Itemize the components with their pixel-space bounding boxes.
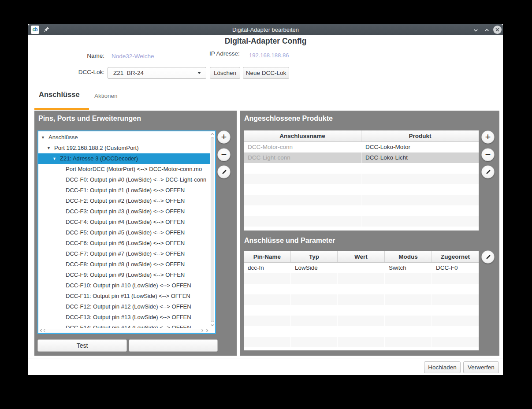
tree-item[interactable]: DCC-F7: Output pin #7 (LowSide) <--> OFF…	[38, 249, 210, 259]
column-header[interactable]: Typ	[291, 251, 338, 262]
table-cell	[244, 273, 291, 284]
pencil-icon	[485, 169, 491, 175]
table-empty-row[interactable]	[244, 195, 479, 205]
tree-item[interactable]: DCC-F12: Output pin #12 (LowSide) <--> O…	[38, 301, 210, 312]
edit-product-button[interactable]	[481, 165, 495, 178]
table-cell: DCC-Loko-Licht	[361, 152, 479, 163]
scroll-left-icon[interactable]	[38, 328, 44, 333]
table-empty-row[interactable]	[244, 284, 479, 294]
tree-item-label: DCC-F4: Output pin #4 (LowSide) <--> OFF…	[66, 217, 185, 227]
unlabeled-button[interactable]	[129, 339, 218, 352]
table-empty-row[interactable]	[244, 337, 479, 347]
tree-item[interactable]: DCC-F0: Output pin #0 (LowSide) <--> DCC…	[38, 175, 210, 185]
tree-item[interactable]: DCC-F14: Output pin #14 (LowSide) <--> O…	[38, 323, 210, 328]
add-pin-button[interactable]: +	[217, 130, 231, 144]
table-empty-row[interactable]	[244, 163, 479, 174]
tree-item-label: DCC-F2: Output pin #2 (LowSide) <--> OFF…	[66, 196, 185, 206]
expand-arrow-icon[interactable]: ▼	[47, 143, 51, 153]
tree-item[interactable]: DCC-F9: Output pin #9 (LowSide) <--> OFF…	[38, 270, 210, 280]
table-empty-row[interactable]	[244, 294, 479, 305]
tree-item[interactable]: DCC-F4: Output pin #4 (LowSide) <--> OFF…	[38, 217, 210, 227]
remove-product-button[interactable]: −	[481, 148, 495, 161]
pencil-icon	[485, 254, 491, 260]
test-button[interactable]: Test	[37, 339, 127, 352]
dcc-lok-dropdown[interactable]: Z21_BR-24	[108, 67, 206, 79]
table-empty-row[interactable]	[244, 273, 479, 284]
tree-item[interactable]: DCC-F1: Output pin #1 (LowSide) <--> OFF…	[38, 185, 210, 196]
horizontal-scroll-thumb[interactable]	[44, 329, 203, 332]
titlebar[interactable]: cb Digital-Adapter bearbeiten	[28, 24, 503, 35]
table-cell	[291, 305, 338, 316]
table-empty-row[interactable]	[244, 316, 479, 326]
table-cell	[385, 294, 432, 305]
delete-button[interactable]: Löschen	[210, 67, 240, 79]
table-empty-row[interactable]	[244, 305, 479, 316]
expand-arrow-icon[interactable]: ▼	[41, 132, 45, 143]
table-cell	[338, 305, 385, 316]
table-row[interactable]: DCC-Light-connDCC-Loko-Licht	[244, 152, 479, 163]
table-cell	[361, 195, 479, 205]
tree-item[interactable]: DCC-F8: Output pin #8 (LowSide) <--> OFF…	[38, 259, 210, 270]
tree-item[interactable]: DCC-F10: Output pin #10 (LowSide) <--> O…	[38, 280, 210, 291]
remove-pin-button[interactable]: −	[217, 148, 231, 161]
tree-item[interactable]: DCC-F3: Output pin #3 (LowSide) <--> OFF…	[38, 206, 210, 217]
tree-item[interactable]: DCC-F5: Output pin #5 (LowSide) <--> OFF…	[38, 227, 210, 238]
tab-aktionen[interactable]: Aktionen	[94, 93, 118, 99]
tree-item[interactable]: DCC-F2: Output pin #2 (LowSide) <--> OFF…	[38, 196, 210, 206]
chevron-down-icon	[197, 72, 201, 74]
table-cell	[338, 263, 385, 273]
column-header[interactable]: Produkt	[361, 130, 479, 141]
column-header[interactable]: Anschlussname	[244, 130, 361, 141]
horizontal-scrollbar[interactable]	[38, 328, 210, 333]
tree-item[interactable]: DCC-F13: Output pin #13 (LowSide) <--> O…	[38, 312, 210, 323]
products-panel: Angeschlossene Produkte AnschlussnamePro…	[240, 111, 499, 356]
scroll-down-icon[interactable]	[210, 323, 215, 328]
tree-item-label: Anschlüsse	[48, 132, 78, 143]
pencil-icon	[221, 169, 227, 175]
table-row[interactable]: dcc-fnLowSideSwitchDCC-F0	[244, 263, 479, 273]
tree-item[interactable]: Port MotorDCC (MotorPort) <--> DCC-Motor…	[38, 164, 210, 175]
column-header[interactable]: Pin-Name	[244, 251, 291, 262]
tab-anschluesse[interactable]: Anschlüsse	[39, 90, 80, 99]
window-title: Digital-Adapter bearbeiten	[28, 24, 503, 35]
table-empty-row[interactable]	[244, 216, 479, 227]
table-cell	[244, 284, 291, 294]
table-cell	[244, 163, 361, 174]
table-empty-row[interactable]	[244, 326, 479, 337]
edit-pin-button[interactable]	[217, 165, 231, 178]
maximize-icon[interactable]	[484, 27, 490, 33]
edit-parameter-button[interactable]	[481, 250, 495, 264]
upload-button[interactable]: Hochladen	[424, 361, 461, 373]
scroll-right-icon[interactable]	[205, 328, 210, 333]
vertical-scrollbar[interactable]	[210, 131, 215, 328]
tree-item[interactable]: ▼Port 192.168.188.2 (CustomPort)	[38, 143, 210, 153]
new-dcc-lok-button[interactable]: Neue DCC-Lok	[243, 67, 289, 79]
column-header[interactable]: Modus	[385, 251, 432, 262]
table-cell	[291, 294, 338, 305]
tree-item[interactable]: DCC-F11: Output pin #11 (LowSide) <--> O…	[38, 291, 210, 301]
footer-divider	[28, 358, 503, 358]
discard-button[interactable]: Verwerfen	[463, 361, 499, 373]
expand-arrow-icon[interactable]: ▼	[52, 153, 56, 164]
products-table: AnschlussnameProduktDCC-Motor-connDCC-Lo…	[244, 130, 479, 231]
column-header[interactable]: Wert	[338, 251, 385, 262]
table-cell	[432, 337, 479, 347]
table-empty-row[interactable]	[244, 205, 479, 216]
tree-item[interactable]: ▼Anschlüsse	[38, 132, 210, 143]
column-header[interactable]: Zugeornet	[432, 251, 479, 262]
table-cell	[361, 163, 479, 174]
table-row[interactable]: DCC-Motor-connDCC-Loko-Motor	[244, 142, 479, 152]
table-cell	[432, 305, 479, 316]
tree-item[interactable]: ▼Z21: Adresse 3 (DCCDecoder)	[38, 153, 210, 164]
scroll-up-icon[interactable]	[210, 131, 215, 137]
table-cell	[338, 337, 385, 347]
tree-item[interactable]: DCC-F6: Output pin #6 (LowSide) <--> OFF…	[38, 238, 210, 249]
vertical-scroll-thumb[interactable]	[211, 137, 214, 322]
add-product-button[interactable]: +	[481, 130, 495, 144]
table-cell: DCC-Loko-Motor	[361, 142, 479, 152]
minimize-icon[interactable]	[473, 27, 479, 33]
table-cell	[385, 316, 432, 326]
close-icon[interactable]	[493, 26, 502, 34]
table-empty-row[interactable]	[244, 184, 479, 195]
table-empty-row[interactable]	[244, 174, 479, 184]
